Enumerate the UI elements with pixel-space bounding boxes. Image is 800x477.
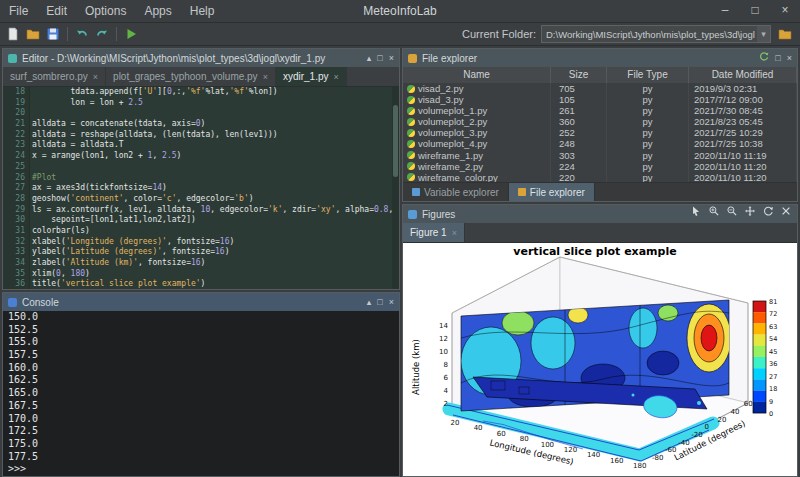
tab-close-icon[interactable]: × (333, 72, 338, 82)
code-line: 27ax = axes3d(tickfontsize=14) (3, 183, 399, 194)
menu-file[interactable]: File (0, 0, 37, 22)
rotate-icon[interactable] (762, 205, 774, 223)
table-row[interactable]: visad_3.py105py2017/7/12 09:00 (403, 94, 797, 105)
code-editor[interactable]: 18 tdata.append(f['U'][0,:,'%f'%lat,'%f'… (3, 87, 399, 289)
table-row[interactable]: visad_2.py705py2019/9/3 02:31 (403, 83, 797, 94)
svg-text:4: 4 (444, 387, 449, 395)
svg-text:9: 9 (769, 398, 773, 406)
code-line: 18 tdata.append(f['U'][0,:,'%f'%lat,'%f'… (3, 87, 399, 98)
table-row[interactable]: wireframe_2.py224py2020/11/10 11:20 (403, 161, 797, 172)
table-row[interactable]: volumeplot_1.py261py2021/7/30 08:45 (403, 105, 797, 116)
main-toolbar: Current Folder: D:\Working\MIScript\Jyth… (0, 23, 800, 46)
minimize-button[interactable]: – (710, 0, 740, 22)
float-icon[interactable]: □ (775, 49, 780, 67)
menu-help[interactable]: Help (181, 0, 224, 22)
svg-text:0: 0 (704, 423, 708, 431)
column-header-name[interactable]: Name (403, 67, 551, 83)
explorer-bottom-tabs: Variable explorer File explorer (403, 182, 797, 201)
current-folder-path: D:\Working\MIScript\Jython\mis\plot_type… (542, 29, 757, 40)
zoom-out-icon[interactable] (726, 205, 738, 223)
refresh-icon[interactable] (759, 49, 769, 67)
code-line: 22alldata = reshape(alldata, (len(tdata)… (3, 130, 399, 141)
current-folder-input[interactable]: D:\Working\MIScript\Jython\mis\plot_type… (541, 25, 771, 43)
editor-scrollbar[interactable] (392, 87, 399, 289)
collapse-icon[interactable]: ▴ (367, 49, 372, 67)
menu-apps[interactable]: Apps (135, 0, 180, 22)
browse-folder-icon[interactable] (776, 25, 794, 43)
svg-text:140: 140 (587, 451, 600, 459)
maximize-button[interactable]: □ (740, 0, 770, 22)
figure-canvas[interactable]: 817263544536271890 246810121420406080100… (403, 243, 797, 476)
chart-icon (408, 210, 417, 219)
svg-text:36: 36 (769, 360, 777, 368)
console-prompt[interactable]: >>> (8, 463, 399, 476)
tab-label: plot_grapes_typhoon_volume.py (113, 71, 258, 82)
svg-text:27: 27 (769, 373, 777, 381)
menu-edit[interactable]: Edit (37, 0, 76, 22)
tab-figure-1[interactable]: Figure 1 × (403, 223, 465, 242)
editor-icon (8, 54, 17, 63)
titlebar: File Edit Options Apps Help MeteoInfoLab… (0, 0, 800, 23)
console-line: 155.0 (8, 336, 399, 349)
tab-close-icon[interactable]: × (452, 228, 457, 238)
zoom-in-icon[interactable] (708, 205, 720, 223)
table-row[interactable]: volumeplot_3.py252py2021/7/25 10:29 (403, 127, 797, 138)
collapse-icon[interactable]: ▴ (367, 293, 372, 311)
remove-figure-icon[interactable] (780, 205, 792, 223)
run-script-icon[interactable] (122, 25, 140, 43)
code-line: 24x = arange(lon1, lon2 + 1, 2.5) (3, 151, 399, 162)
pan-icon[interactable] (744, 205, 756, 223)
float-icon[interactable]: □ (377, 49, 382, 67)
python-file-icon (407, 140, 415, 148)
scrollbar-thumb[interactable] (393, 105, 398, 177)
panel-close-icon[interactable]: × (787, 49, 792, 67)
tab-close-icon[interactable]: × (263, 72, 268, 82)
svg-text:63: 63 (769, 323, 777, 331)
save-icon[interactable] (44, 25, 62, 43)
tab-plot-grapes-typhoon-volume[interactable]: plot_grapes_typhoon_volume.py × (106, 67, 276, 86)
chevron-down-icon[interactable]: ▾ (757, 26, 770, 42)
svg-text:0: 0 (769, 410, 773, 418)
open-file-icon[interactable] (24, 25, 42, 43)
svg-text:-80: -80 (652, 454, 663, 462)
menu-options[interactable]: Options (76, 0, 135, 22)
close-button[interactable]: × (770, 0, 800, 22)
table-row[interactable]: wireframe_color.py220py2020/11/10 11:20 (403, 172, 797, 182)
redo-icon[interactable] (93, 25, 111, 43)
console-title: Console (22, 297, 362, 308)
table-row[interactable]: volumeplot_2.py360py2021/8/23 05:45 (403, 116, 797, 127)
variable-explorer-icon (412, 188, 420, 196)
code-line: 30 sepoint=[lon1,lat1,lon2,lat2]) (3, 215, 399, 226)
tab-surf-sombrero[interactable]: surf_sombrero.py × (3, 67, 106, 86)
table-row[interactable]: wireframe_1.py303py2020/11/10 11:19 (403, 150, 797, 161)
console-output[interactable]: 150.0152.5155.0157.5160.0162.5165.0167.5… (3, 311, 399, 476)
tab-variable-explorer[interactable]: Variable explorer (403, 183, 509, 201)
console-panel: Console ▴ □ × 150.0152.5155.0157.5160.01… (2, 292, 400, 477)
panel-close-icon[interactable]: × (389, 293, 394, 311)
console-header: Console ▴ □ × (3, 293, 399, 311)
figures-panel: Figures (402, 204, 798, 477)
code-line: 20 (3, 108, 399, 119)
menubar: File Edit Options Apps Help (0, 0, 223, 22)
column-header-date-modified[interactable]: Date Modified (689, 67, 797, 83)
column-header-size[interactable]: Size (551, 67, 607, 83)
console-line: 170.0 (8, 413, 399, 426)
python-file-icon (407, 162, 415, 170)
table-row[interactable]: volumeplot_4.py248py2021/7/25 10:38 (403, 138, 797, 149)
tab-close-icon[interactable]: × (93, 72, 98, 82)
python-file-icon (407, 96, 415, 104)
float-icon[interactable]: □ (377, 293, 382, 311)
editor-panel: Editor - D:\Working\MIScript\Jython\mis\… (2, 48, 400, 290)
column-header-file-type[interactable]: File Type (607, 67, 689, 83)
code-line: 26#Plot (3, 173, 399, 184)
tab-file-explorer[interactable]: File explorer (509, 183, 595, 201)
panel-close-icon[interactable]: × (389, 49, 394, 67)
code-line: 35xlim(0, 180) (3, 269, 399, 280)
new-script-icon[interactable] (4, 25, 22, 43)
undo-icon[interactable] (73, 25, 91, 43)
select-cursor-icon[interactable] (690, 205, 702, 223)
tab-label: surf_sombrero.py (10, 71, 88, 82)
tab-xydir-1[interactable]: xydir_1.py × (276, 67, 347, 86)
svg-text:10: 10 (439, 348, 448, 356)
code-line: 36title('vertical slice plot example') (3, 279, 399, 289)
